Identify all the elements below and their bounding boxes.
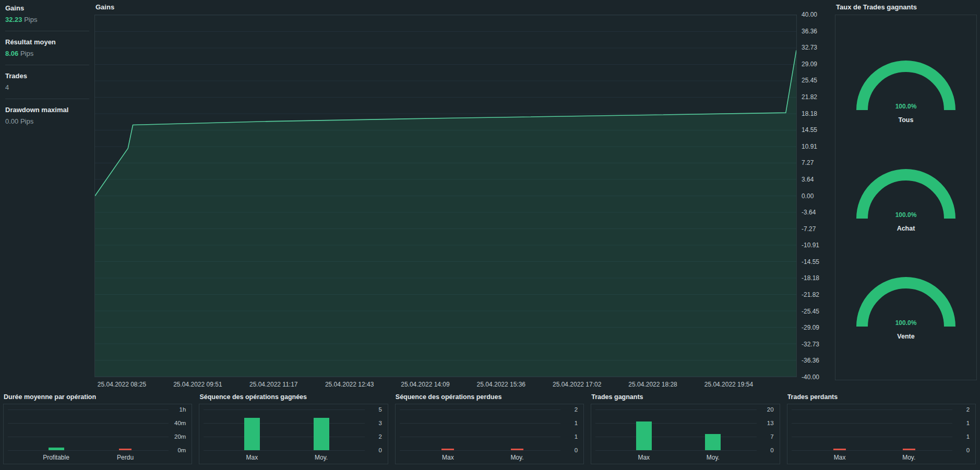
mini-y-tick: 40m <box>174 420 186 426</box>
y-tick-label: 0.00 <box>802 192 814 200</box>
gauge-arc-wrap: 100.0% <box>851 163 961 223</box>
stat-unit: Pips <box>20 117 33 125</box>
mini-x-label: Profitable <box>43 454 69 461</box>
mini-plot <box>595 409 756 450</box>
stat-value: 8.06 Pips <box>5 50 89 57</box>
gains-plot <box>94 15 797 377</box>
stat-label: Trades <box>5 72 89 80</box>
gauge-label: Achat <box>851 225 961 232</box>
mini-x-label: Max <box>442 454 454 461</box>
gains-y-axis: 40.0036.3632.7329.0925.4521.8218.1814.55… <box>797 15 826 377</box>
mini-gridline <box>204 409 364 410</box>
mini-y-tick: 20m <box>174 433 186 440</box>
divider <box>5 65 89 65</box>
divider <box>5 99 89 99</box>
mini-gridline <box>792 437 952 437</box>
gauge-percent: 100.0% <box>851 319 961 327</box>
mini-plot <box>204 409 364 450</box>
mini-bar-max <box>636 421 652 450</box>
mini-chart-box: 1h40m20m0m ProfitablePerdu <box>3 404 192 464</box>
mini-gridline <box>8 437 169 437</box>
mini-y-tick: 2 <box>575 406 578 413</box>
mini-y-tick: 2 <box>378 433 381 440</box>
mini-y-tick: 20 <box>767 406 774 413</box>
mini-x-axis: MaxMoy. <box>400 450 560 463</box>
mini-gridline <box>400 409 560 410</box>
mini-gridline <box>8 423 169 424</box>
win-rate-panel: Taux de Trades gagnants 100.0% Tous 100.… <box>835 2 977 380</box>
stat-label: Résultat moyen <box>5 38 89 46</box>
mini-x-label: Perdu <box>117 454 134 461</box>
panel-winning-trades: Trades gagnants 201370 MaxMoy. <box>591 393 780 464</box>
y-tick-label: 40.00 <box>802 11 817 18</box>
stat-average-result: Résultat moyen 8.06 Pips <box>5 38 89 57</box>
y-tick-label: 18.18 <box>802 110 817 117</box>
stat-number: 32.23 <box>5 16 22 23</box>
x-tick-label: 25.04.2022 14:09 <box>401 381 449 388</box>
gains-chart-svg <box>95 15 796 377</box>
mini-x-label: Max <box>638 454 650 461</box>
mini-chart-title: Durée moyenne par opération <box>4 393 192 401</box>
stat-value: 32.23 Pips <box>5 16 89 23</box>
panel-losing-trades: Trades perdants 2110 MaxMoy. <box>787 393 976 464</box>
y-tick-label: 10.91 <box>802 143 817 150</box>
mini-gridline <box>792 423 952 424</box>
stat-label: Gains <box>5 4 89 12</box>
stat-label: Drawdown maximal <box>5 106 89 114</box>
y-tick-label: 3.64 <box>802 176 814 183</box>
mini-y-tick: 2 <box>966 406 970 413</box>
mini-x-label: Moy. <box>707 454 720 461</box>
x-tick-label: 25.04.2022 15:36 <box>477 381 525 388</box>
y-tick-label: 29.09 <box>802 61 817 68</box>
x-tick-label: 25.04.2022 19:54 <box>704 381 753 388</box>
gauge-label: Tous <box>851 116 961 124</box>
mini-bar-moy <box>705 434 721 450</box>
y-tick-label: 36.36 <box>802 28 817 35</box>
stat-number: 0.00 <box>5 117 18 125</box>
mini-x-label: Max <box>834 454 846 461</box>
win-rate-title: Taux de Trades gagnants <box>835 2 977 15</box>
mini-y-tick: 3 <box>378 420 381 426</box>
mini-y-tick: 1 <box>575 420 578 426</box>
mini-y-tick: 13 <box>767 420 774 426</box>
gauge-percent: 100.0% <box>851 211 961 219</box>
y-tick-label: -3.64 <box>802 209 816 216</box>
mini-y-axis: 5320 <box>365 409 384 450</box>
mini-x-axis: MaxMoy. <box>204 450 364 463</box>
gauge-label: Vente <box>851 333 961 340</box>
stat-value: 4 <box>5 83 89 91</box>
mini-chart-title: Trades gagnants <box>591 393 780 401</box>
x-tick-label: 25.04.2022 18:28 <box>628 381 677 388</box>
mini-chart-box: 2110 MaxMoy. <box>787 404 976 464</box>
mini-chart-box: 5320 MaxMoy. <box>199 404 388 464</box>
mini-gridline <box>8 409 169 410</box>
mini-x-label: Moy. <box>902 454 915 461</box>
y-tick-label: -21.82 <box>802 291 819 298</box>
mini-y-tick: 0 <box>966 447 970 453</box>
panel-avg-duration: Durée moyenne par opération 1h40m20m0m P… <box>3 393 192 464</box>
x-tick-label: 25.04.2022 08:25 <box>98 381 146 388</box>
win-rate-gauges: 100.0% Tous 100.0% Achat 100.0% Vente <box>835 15 977 380</box>
y-tick-label: 25.45 <box>802 77 817 84</box>
stat-number: 8.06 <box>5 50 18 57</box>
stat-gains: Gains 32.23 Pips <box>5 4 89 23</box>
mini-gridline <box>595 423 756 424</box>
mini-bar-moy <box>314 418 329 450</box>
mini-plot <box>792 409 952 450</box>
mini-y-tick: 0 <box>378 447 381 453</box>
mini-chart-box: 2110 MaxMoy. <box>395 404 584 464</box>
stat-trades: Trades 4 <box>5 72 89 91</box>
mini-x-label: Moy. <box>510 454 523 461</box>
gains-chart-panel: Gains 40.0036.3632.7329.0925.4521.8218.1… <box>94 2 826 391</box>
mini-gridline <box>792 409 952 410</box>
gauge-achat: 100.0% Achat <box>851 163 961 232</box>
y-tick-label: -7.27 <box>802 225 816 233</box>
stats-sidebar: Gains 32.23 Pips Résultat moyen 8.06 Pip… <box>0 0 94 125</box>
mini-y-axis: 201370 <box>757 409 775 450</box>
mini-y-tick: 7 <box>770 433 773 440</box>
y-tick-label: 14.55 <box>802 126 817 134</box>
x-tick-label: 25.04.2022 12:43 <box>325 381 374 388</box>
panel-winning-streak: Séquence des opérations gagnées 5320 Max… <box>199 393 388 464</box>
y-tick-label: -40.00 <box>802 373 819 381</box>
y-tick-label: -10.91 <box>802 242 819 249</box>
